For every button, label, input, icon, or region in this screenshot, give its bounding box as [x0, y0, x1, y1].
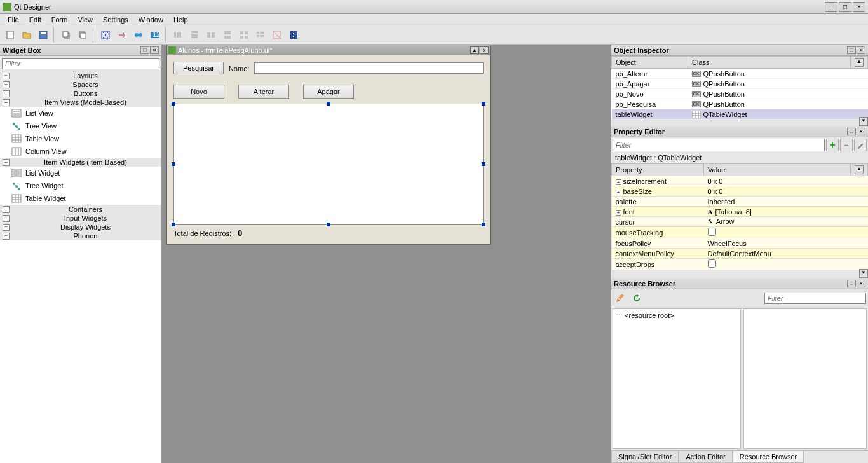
widget-item[interactable]: Tree Widget	[0, 179, 161, 192]
tab-action-editor[interactable]: Action Editor	[679, 451, 732, 463]
widget-category[interactable]: +Phonon	[0, 232, 161, 240]
object-row[interactable]: pb_ApagarOKQPushButton	[612, 79, 868, 89]
dock-close-button[interactable]: ×	[857, 128, 865, 135]
expand-icon[interactable]: +	[3, 224, 10, 231]
object-row[interactable]: pb_NovoOKQPushButton	[612, 89, 868, 99]
close-button[interactable]: ×	[853, 2, 865, 12]
property-row[interactable]: mouseTracking	[612, 227, 868, 238]
expand-icon[interactable]: +	[3, 73, 10, 79]
widget-item[interactable]: List View	[0, 107, 161, 120]
property-row[interactable]: focusPolicyWheelFocus	[612, 238, 868, 249]
dock-close-button[interactable]: ×	[857, 46, 865, 54]
menu-file[interactable]: File	[3, 15, 24, 25]
design-canvas[interactable]: Alunos - frmTelaPesqAluno.ui* ▲ × Pesqui…	[162, 45, 611, 463]
widget-category[interactable]: +Layouts	[0, 71, 161, 80]
save-button[interactable]	[36, 27, 51, 43]
nome-input[interactable]	[254, 62, 484, 74]
widget-category[interactable]: +Display Widgets	[0, 223, 161, 232]
send-back-button[interactable]	[58, 27, 74, 43]
widget-category[interactable]: +Input Widgets	[0, 214, 161, 223]
widget-item[interactable]: Table View	[0, 132, 161, 145]
new-form-button[interactable]	[3, 27, 18, 43]
open-button[interactable]	[19, 27, 34, 43]
resource-tree[interactable]: ⋯ <resource root>	[613, 308, 741, 449]
dock-float-button[interactable]: □	[847, 46, 856, 54]
property-table[interactable]: Property Value ▲ +sizeIncrement0 x 0+bas…	[611, 163, 868, 270]
dock-close-button[interactable]: ×	[857, 280, 865, 287]
menu-help[interactable]: Help	[168, 15, 193, 25]
widget-category[interactable]: +Buttons	[0, 89, 161, 98]
maximize-button[interactable]: □	[839, 2, 851, 12]
object-row[interactable]: pb_AlterarOKQPushButton	[612, 69, 868, 79]
object-row[interactable]: pb_PesquisaOKQPushButton	[612, 99, 868, 109]
edit-tab-order-button[interactable]: 123	[147, 27, 163, 43]
widget-item[interactable]: Tree View	[0, 120, 161, 132]
property-row[interactable]: paletteInherited	[612, 197, 868, 207]
expand-icon[interactable]: +	[3, 215, 10, 222]
widget-item[interactable]: List Widget	[0, 167, 161, 179]
scroll-down-icon[interactable]: ▼	[859, 117, 868, 126]
property-filter-input[interactable]	[613, 139, 825, 151]
collapse-icon[interactable]: −	[3, 159, 10, 166]
property-row[interactable]: cursor↖Arrow	[612, 217, 868, 227]
form-window[interactable]: Alunos - frmTelaPesqAluno.ui* ▲ × Pesqui…	[166, 45, 491, 245]
menu-view[interactable]: View	[72, 15, 98, 25]
add-property-button[interactable]: +	[826, 139, 839, 151]
property-row[interactable]: +baseSize0 x 0	[612, 186, 868, 197]
form-close-button[interactable]: ×	[480, 46, 489, 54]
dock-float-button[interactable]: □	[847, 128, 856, 135]
edit-resource-button[interactable]	[613, 291, 627, 305]
form-titlebar[interactable]: Alunos - frmTelaPesqAluno.ui* ▲ ×	[167, 45, 490, 55]
property-row[interactable]: acceptDrops	[612, 259, 868, 270]
expand-icon[interactable]: +	[3, 81, 10, 88]
layout-hsplit-button[interactable]	[203, 27, 219, 43]
widget-item[interactable]: Table Widget	[0, 192, 161, 205]
remove-property-button[interactable]: −	[840, 139, 853, 151]
property-row[interactable]: +fontA[Tahoma, 8]	[612, 207, 868, 217]
scroll-up-icon[interactable]: ▲	[855, 58, 864, 67]
edit-buddies-button[interactable]	[131, 27, 146, 43]
property-row[interactable]: +sizeIncrement0 x 0	[612, 176, 868, 186]
table-widget[interactable]	[173, 104, 484, 225]
widget-item[interactable]: Column View	[0, 145, 161, 158]
expand-icon[interactable]: +	[3, 233, 10, 240]
expand-icon[interactable]: +	[616, 190, 621, 195]
reload-button[interactable]	[630, 291, 644, 305]
adjust-size-button[interactable]	[286, 27, 301, 43]
layout-h-button[interactable]	[170, 27, 186, 43]
edit-widgets-button[interactable]	[98, 27, 113, 43]
widget-category[interactable]: −Item Widgets (Item-Based)	[0, 158, 161, 167]
alterar-button[interactable]: Alterar	[238, 85, 289, 99]
layout-v-button[interactable]	[187, 27, 202, 43]
dock-close-button[interactable]: ×	[150, 46, 159, 54]
expand-icon[interactable]: +	[616, 179, 621, 185]
layout-form-button[interactable]	[253, 27, 268, 43]
tab-signal-slot[interactable]: Signal/Slot Editor	[611, 451, 679, 463]
form-maximize-button[interactable]: ▲	[470, 46, 479, 54]
layout-vsplit-button[interactable]	[220, 27, 235, 43]
menu-window[interactable]: Window	[133, 15, 168, 25]
bring-front-button[interactable]	[75, 27, 90, 43]
widget-category[interactable]: +Spacers	[0, 80, 161, 89]
edit-signals-button[interactable]	[114, 27, 130, 43]
property-row[interactable]: contextMenuPolicyDefaultContextMenu	[612, 249, 868, 259]
menu-settings[interactable]: Settings	[98, 15, 133, 25]
scroll-up-icon[interactable]: ▲	[855, 165, 864, 174]
layout-grid-button[interactable]	[236, 27, 252, 43]
pesquisar-button[interactable]: Pesquisar	[173, 62, 224, 74]
dock-float-button[interactable]: □	[847, 280, 856, 287]
menu-edit[interactable]: Edit	[24, 15, 46, 25]
expand-icon[interactable]: +	[3, 90, 10, 97]
apagar-button[interactable]: Apagar	[303, 85, 354, 99]
collapse-icon[interactable]: −	[3, 99, 10, 106]
configure-button[interactable]	[854, 139, 867, 151]
dock-float-button[interactable]: □	[140, 46, 149, 54]
novo-button[interactable]: Novo	[173, 85, 224, 99]
resource-filter-input[interactable]	[764, 293, 866, 304]
widget-category[interactable]: −Item Views (Model-Based)	[0, 98, 161, 107]
menu-form[interactable]: Form	[46, 15, 73, 25]
widget-tree[interactable]: +Layouts+Spacers+Buttons−Item Views (Mod…	[0, 71, 161, 463]
object-inspector-table[interactable]: Object Class ▲ pb_AlterarOKQPushButtonpb…	[611, 56, 868, 120]
object-row[interactable]: tableWidgetQTableWidget	[612, 109, 868, 120]
minimize-button[interactable]: _	[825, 2, 837, 12]
